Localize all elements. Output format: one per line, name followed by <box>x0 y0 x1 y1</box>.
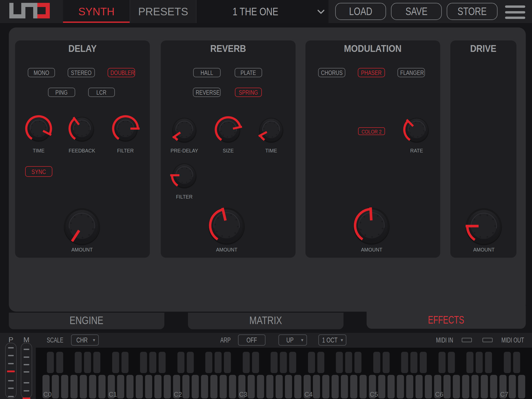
svg-text:C4: C4 <box>304 391 313 398</box>
svg-text:C7: C7 <box>500 391 508 398</box>
svg-text:C5: C5 <box>370 391 378 398</box>
svg-text:C0: C0 <box>43 391 52 398</box>
svg-text:C2: C2 <box>174 391 182 398</box>
svg-text:C3: C3 <box>239 391 247 398</box>
svg-text:C1: C1 <box>109 391 117 398</box>
svg-text:C6: C6 <box>435 391 443 398</box>
